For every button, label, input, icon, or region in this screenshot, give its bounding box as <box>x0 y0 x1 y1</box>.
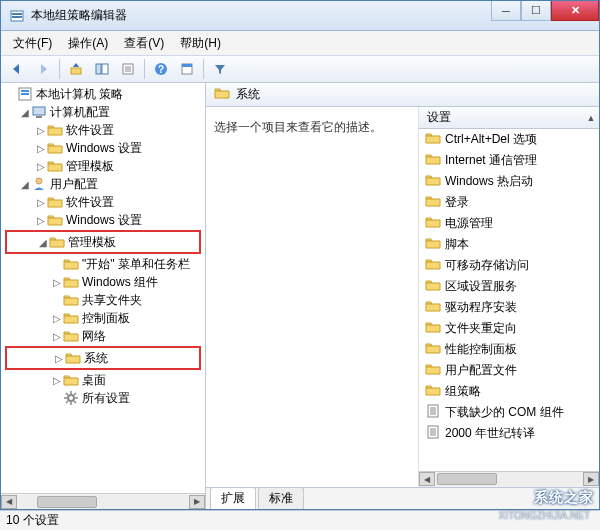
scroll-thumb[interactable] <box>437 473 497 485</box>
scroll-left-button[interactable]: ◀ <box>1 495 17 509</box>
expand-icon[interactable]: ▷ <box>35 197 47 208</box>
tree-item-desktop[interactable]: ▷桌面 <box>1 371 205 389</box>
settings-list-wrap: 设置 ▲ Ctrl+Alt+Del 选项Internet 通信管理Windows… <box>419 107 599 487</box>
list-hscrollbar[interactable]: ◀ ▶ <box>419 471 599 487</box>
tree-item-control-panel[interactable]: ▷控制面板 <box>1 309 205 327</box>
tree-label: 管理模板 <box>68 234 116 251</box>
list-item[interactable]: 驱动程序安装 <box>419 297 599 318</box>
tree-item-network[interactable]: ▷网络 <box>1 327 205 345</box>
svg-rect-16 <box>21 93 29 95</box>
scroll-right-button[interactable]: ▶ <box>583 472 599 486</box>
folder-icon <box>425 319 441 338</box>
list-item[interactable]: 性能控制面板 <box>419 339 599 360</box>
back-button[interactable] <box>5 58 29 80</box>
scroll-right-button[interactable]: ▶ <box>189 495 205 509</box>
export-list-button[interactable] <box>116 58 140 80</box>
show-hide-tree-button[interactable] <box>90 58 114 80</box>
tab-standard[interactable]: 标准 <box>258 487 304 509</box>
scroll-left-button[interactable]: ◀ <box>419 472 435 486</box>
list-item[interactable]: 可移动存储访问 <box>419 255 599 276</box>
list-item-label: 用户配置文件 <box>445 362 517 379</box>
scroll-track[interactable] <box>17 495 189 509</box>
svg-text:?: ? <box>158 64 164 75</box>
expand-icon[interactable]: ▷ <box>51 277 63 288</box>
menu-file[interactable]: 文件(F) <box>7 33 58 54</box>
tree-label: 管理模板 <box>66 158 114 175</box>
status-text: 10 个设置 <box>6 512 59 529</box>
collapse-icon[interactable]: ◢ <box>37 237 49 248</box>
tree-item-all-settings[interactable]: 所有设置 <box>1 389 205 407</box>
tree-root[interactable]: 本地计算机 策略 <box>1 85 205 103</box>
filter-button[interactable] <box>208 58 232 80</box>
column-header-settings[interactable]: 设置 ▲ <box>419 107 599 129</box>
tree-item-windows-settings[interactable]: ▷Windows 设置 <box>1 139 205 157</box>
expand-icon[interactable]: ▷ <box>53 353 65 364</box>
list-item[interactable]: 文件夹重定向 <box>419 318 599 339</box>
window-controls: ─ ☐ ✕ <box>491 1 599 21</box>
menu-action[interactable]: 操作(A) <box>62 33 114 54</box>
list-item[interactable]: 下载缺少的 COM 组件 <box>419 402 599 423</box>
up-button[interactable] <box>64 58 88 80</box>
expand-icon[interactable]: ▷ <box>35 143 47 154</box>
user-icon <box>31 176 47 192</box>
folder-icon <box>425 235 441 254</box>
properties-button[interactable] <box>175 58 199 80</box>
folder-icon <box>65 350 81 366</box>
tree-user-admin-templates[interactable]: ◢ 管理模板 <box>7 233 199 251</box>
close-button[interactable]: ✕ <box>551 1 599 21</box>
list-item[interactable]: 登录 <box>419 192 599 213</box>
list-item[interactable]: Ctrl+Alt+Del 选项 <box>419 129 599 150</box>
tree-user-windows-settings[interactable]: ▷Windows 设置 <box>1 211 205 229</box>
list-item-label: Windows 热启动 <box>445 173 533 190</box>
tree-item-startmenu[interactable]: "开始" 菜单和任务栏 <box>1 255 205 273</box>
details-title: 系统 <box>236 86 260 103</box>
folder-icon <box>63 274 79 290</box>
expand-icon[interactable]: ▷ <box>35 215 47 226</box>
list-item[interactable]: 2000 年世纪转译 <box>419 423 599 444</box>
collapse-icon[interactable]: ◢ <box>19 179 31 190</box>
list-item[interactable]: 区域设置服务 <box>419 276 599 297</box>
tree-user-software[interactable]: ▷软件设置 <box>1 193 205 211</box>
expand-icon[interactable]: ▷ <box>51 375 63 386</box>
menu-help[interactable]: 帮助(H) <box>174 33 227 54</box>
tree-hscrollbar[interactable]: ◀ ▶ <box>1 493 205 509</box>
svg-point-20 <box>68 395 74 401</box>
tree-item-share[interactable]: 共享文件夹 <box>1 291 205 309</box>
setting-icon <box>425 403 441 422</box>
expand-icon[interactable]: ▷ <box>35 161 47 172</box>
toolbar: ? <box>1 55 599 83</box>
list-item[interactable]: Windows 热启动 <box>419 171 599 192</box>
tree-computer-config[interactable]: ◢ 计算机配置 <box>1 103 205 121</box>
list-item-label: 脚本 <box>445 236 469 253</box>
tree-item-system[interactable]: ▷ 系统 <box>7 349 199 367</box>
help-button[interactable]: ? <box>149 58 173 80</box>
list-item[interactable]: 电源管理 <box>419 213 599 234</box>
folder-icon <box>63 310 79 326</box>
scroll-thumb[interactable] <box>37 496 97 508</box>
expand-icon[interactable]: ▷ <box>35 125 47 136</box>
tree-body[interactable]: 本地计算机 策略 ◢ 计算机配置 ▷软件设置 ▷Windows 设置 ▷管理模板… <box>1 83 205 493</box>
scroll-track[interactable] <box>435 472 583 486</box>
svg-rect-3 <box>71 68 81 74</box>
tree-item-software[interactable]: ▷软件设置 <box>1 121 205 139</box>
tree-item-admin-templates[interactable]: ▷管理模板 <box>1 157 205 175</box>
settings-list[interactable]: Ctrl+Alt+Del 选项Internet 通信管理Windows 热启动登… <box>419 129 599 471</box>
minimize-button[interactable]: ─ <box>491 1 521 21</box>
menu-view[interactable]: 查看(V) <box>118 33 170 54</box>
tab-extended[interactable]: 扩展 <box>210 487 256 509</box>
list-item[interactable]: 脚本 <box>419 234 599 255</box>
expand-icon[interactable]: ▷ <box>51 331 63 342</box>
list-item[interactable]: Internet 通信管理 <box>419 150 599 171</box>
details-header: 系统 <box>206 83 599 107</box>
list-item-label: Ctrl+Alt+Del 选项 <box>445 131 537 148</box>
sort-indicator-icon: ▲ <box>583 113 599 123</box>
list-item[interactable]: 组策略 <box>419 381 599 402</box>
app-window: 本地组策略编辑器 ─ ☐ ✕ 文件(F) 操作(A) 查看(V) 帮助(H) ? <box>0 0 600 510</box>
tree-item-winparts[interactable]: ▷Windows 组件 <box>1 273 205 291</box>
collapse-icon[interactable]: ◢ <box>19 107 31 118</box>
forward-button[interactable] <box>31 58 55 80</box>
maximize-button[interactable]: ☐ <box>521 1 551 21</box>
expand-icon[interactable]: ▷ <box>51 313 63 324</box>
list-item[interactable]: 用户配置文件 <box>419 360 599 381</box>
tree-user-config[interactable]: ◢ 用户配置 <box>1 175 205 193</box>
